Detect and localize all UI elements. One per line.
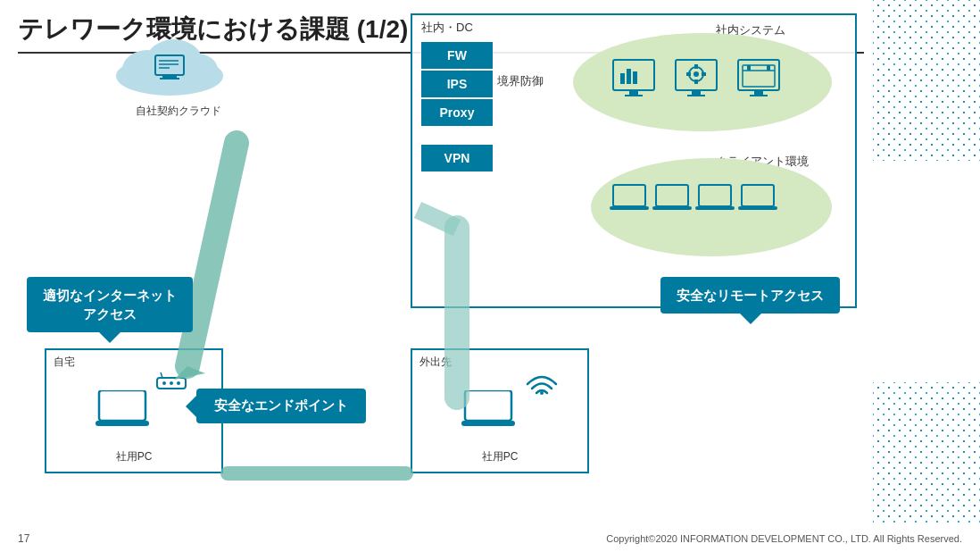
svg-rect-52 <box>96 421 149 426</box>
svg-rect-36 <box>767 65 770 71</box>
svg-rect-17 <box>625 95 643 96</box>
svg-rect-32 <box>750 95 768 96</box>
fw-box: FW <box>421 42 493 69</box>
svg-point-47 <box>170 381 173 385</box>
svg-rect-39 <box>656 185 688 206</box>
client-oval <box>591 158 832 256</box>
home-pc-label: 社用PC <box>46 449 221 464</box>
copyright-text: Copyright©2020 INFORMATION DEVELOPMENT C… <box>606 533 962 544</box>
kyokai-label: 境界防御 <box>497 73 544 89</box>
svg-rect-19 <box>627 69 631 84</box>
laptop-icon-gaishutsu <box>461 390 515 430</box>
svg-point-25 <box>693 71 699 77</box>
svg-rect-35 <box>747 65 751 71</box>
callout-endpoint-text: 安全なエンドポイント <box>214 397 348 413</box>
svg-rect-29 <box>702 72 706 76</box>
svg-rect-43 <box>742 185 774 206</box>
svg-point-53 <box>540 391 544 395</box>
shanai-sistem-oval <box>573 33 832 131</box>
gaishutsu-pc-label: 社用PC <box>412 449 587 464</box>
svg-rect-44 <box>738 206 777 210</box>
corp-box: 社内・DC FW IPS Proxy 境界防御 VPN 社内システム <box>411 13 857 308</box>
svg-point-46 <box>162 381 166 385</box>
svg-rect-42 <box>695 206 735 210</box>
ips-box: IPS <box>421 71 493 97</box>
proxy-box: Proxy <box>421 99 493 126</box>
dot-pattern-bottom-right <box>873 382 980 525</box>
page-number: 17 <box>18 532 29 545</box>
svg-rect-16 <box>629 90 638 95</box>
cloud-container: 自社契約クラウド <box>107 27 250 125</box>
callout-internet-text: 適切なインターネットアクセス <box>43 288 177 322</box>
svg-rect-26 <box>694 64 698 69</box>
gaishutsu-title: 外出先 <box>419 355 452 370</box>
svg-rect-18 <box>620 73 625 84</box>
cloud-shape <box>107 27 232 98</box>
router-icon <box>154 372 189 390</box>
corp-box-title: 社内・DC <box>421 20 473 36</box>
svg-line-0 <box>187 143 237 366</box>
security-stack: FW IPS Proxy <box>421 42 493 126</box>
footer: 17 Copyright©2020 INFORMATION DEVELOPMEN… <box>0 532 980 545</box>
svg-rect-23 <box>687 95 705 96</box>
home-title: 自宅 <box>54 355 75 370</box>
dot-pattern-top-right <box>873 0 980 161</box>
svg-rect-30 <box>738 60 779 90</box>
svg-rect-28 <box>686 72 691 76</box>
svg-rect-51 <box>99 390 145 421</box>
svg-rect-11 <box>160 78 179 79</box>
callout-internet: 適切なインターネットアクセス <box>27 277 193 332</box>
svg-rect-20 <box>633 71 637 84</box>
svg-rect-37 <box>613 185 645 206</box>
svg-rect-22 <box>692 90 701 95</box>
wifi-icon <box>524 368 560 395</box>
client-icons <box>604 171 818 243</box>
svg-rect-40 <box>652 206 692 210</box>
vpn-box: VPN <box>421 145 493 171</box>
svg-rect-55 <box>461 421 515 426</box>
callout-endpoint: 安全なエンドポイント <box>196 389 366 423</box>
shanai-icons <box>595 42 810 122</box>
svg-point-48 <box>177 381 180 385</box>
callout-remote: 安全なリモートアクセス <box>660 277 840 314</box>
cloud-label: 自社契約クラウド <box>107 104 250 119</box>
svg-rect-54 <box>465 390 511 421</box>
svg-rect-10 <box>162 75 177 78</box>
svg-rect-38 <box>610 206 649 210</box>
laptop-icon-home <box>96 390 149 430</box>
svg-point-8 <box>175 54 218 86</box>
svg-rect-31 <box>754 90 763 95</box>
svg-rect-27 <box>694 79 698 84</box>
callout-remote-text: 安全なリモートアクセス <box>677 288 824 303</box>
gaishutsu-box: 外出先 社用PC <box>411 348 589 473</box>
svg-rect-41 <box>699 185 731 206</box>
